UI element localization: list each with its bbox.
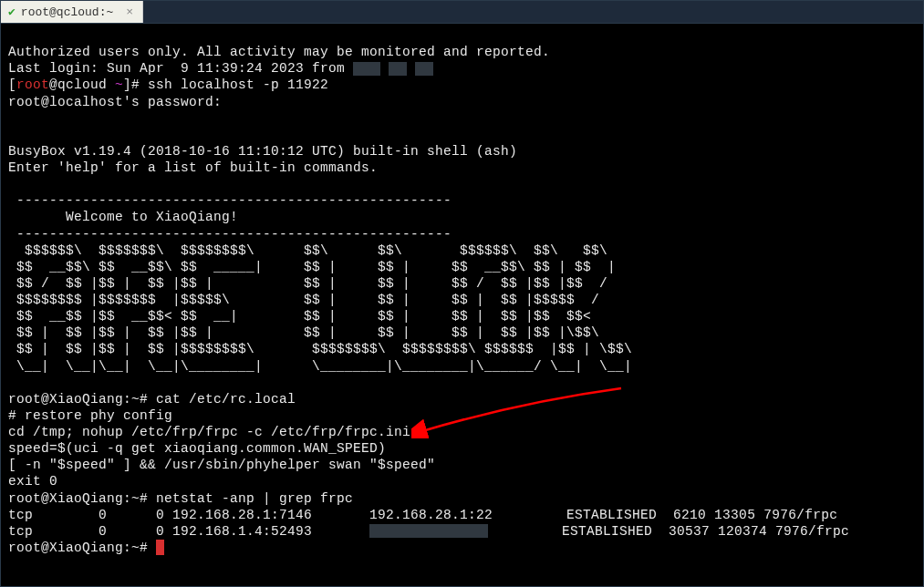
redacted-ip (415, 62, 433, 76)
annotation-arrow (411, 384, 639, 438)
cmd-ssh: ssh localhost -p 11922 (148, 77, 328, 92)
tab-bar: ✔ root@qcloud:~ × (1, 1, 923, 24)
ascii-art: \__| \__|\__| \__|\________| \________|\… (8, 359, 632, 374)
netstat-row: tcp 0 0 192.168.1.4:52493 (8, 524, 369, 539)
line-password: root@localhost's password: (8, 95, 222, 109)
tab-root-qcloud[interactable]: ✔ root@qcloud:~ × (1, 1, 143, 23)
bracket: [ (8, 77, 16, 92)
terminal-window: ✔ root@qcloud:~ × Authorized users only.… (0, 0, 924, 587)
ascii-art: $$ | $$ |$$ | $$ |$$ | $$ | $$ | $$ | $$… (8, 325, 607, 340)
bracket: ]# (123, 77, 148, 92)
redacted-ip (353, 62, 380, 76)
banner-line: ----------------------------------------… (8, 193, 452, 208)
line-lastlogin: Last login: Sun Apr 9 11:39:24 2023 from (8, 61, 353, 76)
tab-title: root@qcloud:~ (21, 5, 113, 19)
rc-line: [ -n "$speed" ] && /usr/sbin/phyhelper s… (8, 458, 435, 472)
rc-line: # restore phy config (8, 408, 172, 423)
banner-line: ----------------------------------------… (8, 227, 452, 242)
prompt-xiaoqiang: root@XiaoQiang:~# (8, 491, 156, 506)
prompt-user: root (16, 77, 49, 92)
prompt-xiaoqiang: root@XiaoQiang:~# (8, 392, 156, 407)
ascii-art: $$ __$$\ $$ __$$\ $$ _____| $$ | $$ | $$… (8, 260, 616, 274)
netstat-row: ESTABLISHED 30537 120374 7976/frpc (488, 524, 849, 539)
line-auth: Authorized users only. All activity may … (8, 45, 550, 59)
ascii-art: $$ | $$ |$$ | $$ |$$$$$$$$\ $$$$$$$$\ $$… (8, 342, 640, 356)
prompt-host: @qcloud (49, 77, 115, 92)
prompt-xiaoqiang: root@XiaoQiang:~# (8, 541, 156, 555)
ascii-art: $$ / $$ |$$ | $$ |$$ | $$ | $$ | $$ / $$… (8, 276, 607, 291)
prompt-tilde: ~ (115, 77, 123, 92)
cursor (156, 540, 164, 555)
redacted-addr (369, 524, 488, 538)
rc-line: exit 0 (8, 474, 57, 489)
ascii-art: $$ __$$ |$$ __$$< $$ __| $$ | $$ | $$ | … (8, 309, 591, 324)
terminal-content[interactable]: Authorized users only. All activity may … (1, 24, 923, 586)
close-icon[interactable]: × (126, 5, 133, 19)
check-icon: ✔ (8, 5, 16, 19)
rc-line-frpc: cd /tmp; nohup /etc/frp/frpc -c /etc/frp… (8, 425, 427, 439)
cmd-cat: cat /etc/rc.local (156, 392, 296, 407)
line-help: Enter 'help' for a list of built-in comm… (8, 160, 378, 175)
cmd-netstat: netstat -anp | grep frpc (156, 491, 353, 506)
redacted-ip (389, 62, 407, 76)
banner-welcome: Welcome to XiaoQiang! (8, 210, 238, 224)
netstat-row: tcp 0 0 192.168.28.1:7146 192.168.28.1:2… (8, 508, 837, 522)
ascii-art: $$$$$$\ $$$$$$$\ $$$$$$$$\ $$\ $$\ $$$$$… (8, 243, 607, 258)
rc-line: speed=$(uci -q get xiaoqiang.common.WAN_… (8, 441, 386, 456)
line-busybox: BusyBox v1.19.4 (2018-10-16 11:10:12 UTC… (8, 144, 517, 159)
ascii-art: $$$$$$$$ |$$$$$$$ |$$$$$\ $$ | $$ | $$ |… (8, 293, 599, 307)
